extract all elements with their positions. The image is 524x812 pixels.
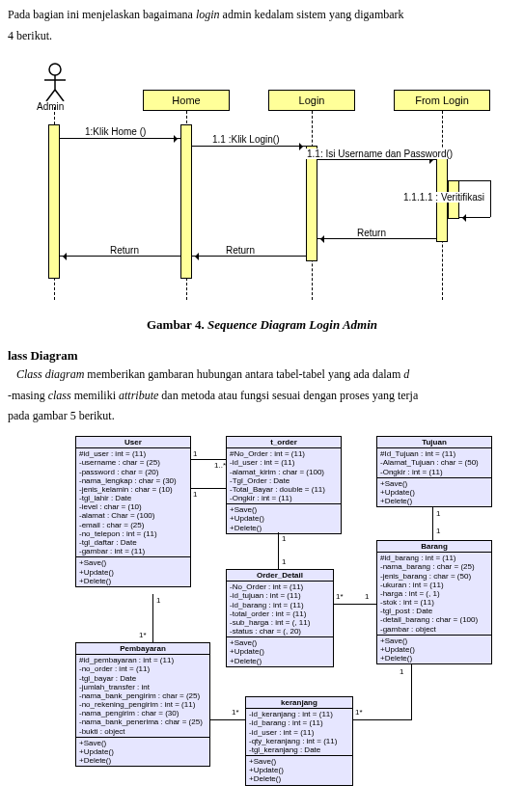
self-msg-back	[459, 217, 490, 218]
mult-2a: 1	[282, 534, 286, 543]
msg-label-4: 1.1.1.1 : Veritifikasi	[401, 192, 486, 203]
class-keranjang-ops: +Save() +Update() +Delete()	[246, 756, 352, 785]
return-label-2: Return	[224, 245, 257, 256]
figure4-caption: Gambar 4. Sequence Diagram Login Admin	[8, 317, 516, 333]
return-label-1: Return	[355, 228, 388, 238]
class-tujuan-title: Tujuan	[377, 437, 491, 448]
intro-para: Pada bagian ini menjelaskan bagaimana lo…	[8, 8, 516, 23]
class-barang-attrs: #id_barang : int = (11) -nama_barang : c…	[377, 553, 491, 636]
mult-6a: 1*	[355, 708, 363, 717]
rel-torder-orderdetail	[278, 532, 279, 569]
p1a: Class diagram	[16, 367, 84, 381]
class-diagram: User #id_user : int = (11) -username : c…	[8, 430, 510, 812]
class-user-title: User	[76, 437, 190, 448]
mult-2b: 1	[282, 557, 286, 566]
msg-arrow-3	[317, 159, 436, 160]
p2b: class	[48, 389, 71, 402]
class-para-2: -masing class memiliki attribute dan met…	[8, 389, 516, 404]
class-para-3: pada gambar 5 berikut.	[8, 409, 516, 424]
return-label-3: Return	[108, 245, 141, 256]
caption1-italic: Sequence Diagram Login Admin	[207, 317, 377, 332]
msg-arrow-2	[192, 146, 306, 147]
mult-4a: 1	[436, 509, 440, 518]
p1c: d	[403, 367, 409, 381]
intro-line2: 4 berikut.	[8, 29, 516, 44]
p2a: -masing	[8, 389, 48, 402]
mult-6b: 1	[400, 667, 403, 676]
class-tujuan: Tujuan #Id_Tujuan : int = (11) -Alamat_T…	[376, 436, 492, 507]
mult-1b: 1..*	[214, 461, 226, 470]
rel-keranjang-barang	[353, 719, 411, 720]
class-keranjang-attrs: -id_keranjang : int = (11) -id_barang : …	[246, 709, 352, 756]
caption1-prefix: Gambar 4.	[147, 317, 207, 332]
return-arrow-1	[317, 238, 436, 239]
class-torder-attrs: #No_Order : int = (11) -id_user : int = …	[227, 448, 341, 504]
mult-3b: 1	[365, 592, 369, 601]
actor-icon	[42, 63, 68, 101]
msg-label-1: 1:Klik Home ()	[83, 126, 148, 137]
msg-label-3: 1.1: Isi Username dan Password()	[305, 149, 455, 159]
self-msg-down	[490, 180, 491, 217]
svg-line-4	[55, 90, 64, 101]
class-orderdetail-attrs: -No_Order : int = (11) -id_tujuan : int …	[227, 582, 333, 637]
class-tujuan-ops: +Save() +Update() +Delete()	[377, 478, 491, 507]
actor-label: Admin	[37, 101, 64, 112]
return-arrow-3	[60, 256, 180, 257]
self-msg-top	[448, 180, 490, 181]
section-head-class-diagram: lass Diagram	[8, 348, 516, 364]
p2d: attribute	[119, 389, 158, 402]
mult-5b: 1*	[139, 631, 147, 639]
class-para-1: Class diagram memberikan gambaran hubung…	[8, 367, 516, 383]
intro-italic: login	[196, 8, 220, 21]
lifeline-login: Login	[268, 90, 355, 111]
class-orderdetail: Order_Detail -No_Order : int = (11) -id_…	[226, 569, 334, 667]
rel-tujuan-barang	[432, 507, 433, 540]
class-orderdetail-title: Order_Detail	[227, 570, 333, 582]
rel-pembayaran-keranjang	[210, 719, 245, 720]
mult-5a: 1	[156, 596, 160, 605]
msg-arrow-1	[60, 138, 180, 139]
class-torder-title: t_order	[227, 437, 341, 448]
class-user: User #id_user : int = (11) -username : c…	[75, 436, 191, 587]
return-arrow-2	[192, 256, 306, 257]
svg-point-0	[49, 64, 61, 75]
mult-4b: 1	[436, 527, 440, 535]
rel-orderdetail-barang	[334, 604, 376, 605]
class-pembayaran-title: Pembayaran	[76, 643, 209, 655]
class-keranjang: keranjang -id_keranjang : int = (11) -id…	[245, 696, 353, 786]
p2e: dan metoda atau fungsi sesuai dengan pro…	[158, 389, 418, 402]
mult-7a: 1*	[232, 708, 239, 717]
class-pembayaran-ops: +Save() +Update() +Delete()	[76, 738, 209, 767]
svg-line-3	[46, 90, 55, 101]
class-barang-ops: +Save() +Update() +Delete()	[377, 636, 491, 664]
class-keranjang-title: keranjang	[246, 697, 352, 709]
sequence-diagram: Admin Home Login From Login 1:Klik Home …	[8, 49, 510, 310]
mult-1a: 1	[193, 449, 197, 458]
lifeline-form: From Login	[394, 90, 490, 111]
intro-line1b: admin kedalam sistem yang digambark	[220, 8, 404, 21]
rel-keranjang-barang-v	[411, 663, 412, 720]
class-barang-title: Barang	[377, 541, 491, 553]
class-torder-ops: +Save() +Update() +Delete()	[227, 504, 341, 533]
intro-line1a: Pada bagian ini menjelaskan bagaimana	[8, 8, 196, 21]
rel-user-pembayaran	[152, 594, 153, 642]
mult-8a: 1	[193, 490, 197, 499]
class-pembayaran-attrs: #id_pembayaran : int = (11) -no_order : …	[76, 655, 209, 738]
mult-3a: 1*	[336, 592, 344, 601]
class-barang: Barang #id_barang : int = (11) -nama_bar…	[376, 540, 492, 664]
class-pembayaran: Pembayaran #id_pembayaran : int = (11) -…	[75, 642, 210, 767]
class-orderdetail-ops: +Save() +Update() +Delete()	[227, 637, 333, 666]
p2c: memiliki	[71, 389, 119, 402]
rel-user-torder	[191, 459, 226, 460]
msg-label-2: 1.1 :Klik Login()	[210, 134, 281, 145]
class-tujuan-attrs: #Id_Tujuan : int = (11) -Alamat_Tujuan :…	[377, 448, 491, 478]
activation-login	[306, 146, 317, 261]
lifeline-home: Home	[143, 90, 230, 111]
class-torder: t_order #No_Order : int = (11) -id_user …	[226, 436, 342, 534]
p1b: memberikan gambaran hubungan antara tabe…	[84, 367, 403, 381]
class-user-attrs: #id_user : int = (11) -username : char =…	[76, 448, 190, 557]
class-user-ops: +Save() +Update() +Delete()	[76, 557, 190, 586]
rel-user-torder-2	[191, 488, 226, 489]
